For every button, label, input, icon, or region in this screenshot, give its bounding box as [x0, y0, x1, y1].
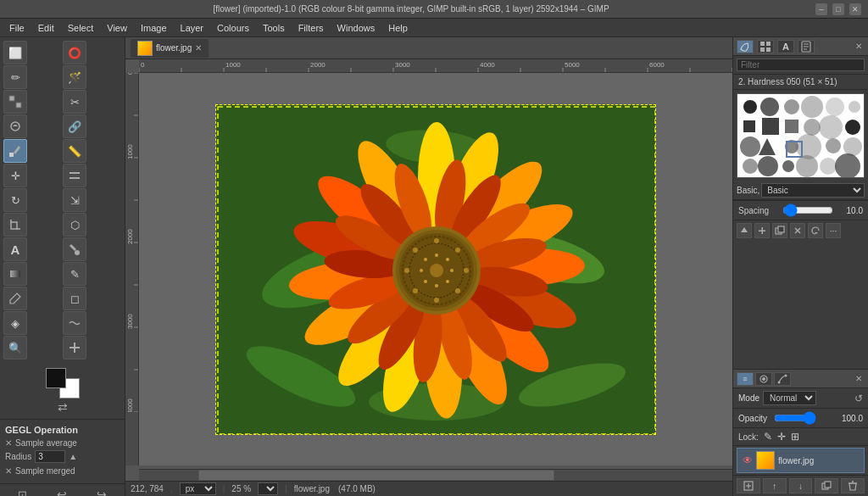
horizontal-scrollbar[interactable] [139, 469, 732, 481]
svg-point-63 [446, 280, 449, 283]
radius-input[interactable] [35, 450, 65, 463]
menu-help[interactable]: Help [382, 21, 414, 35]
sample-average-check[interactable]: ✕ [5, 438, 12, 448]
tab-close-button[interactable]: ✕ [195, 43, 202, 53]
swap-colors-icon[interactable]: ⇄ [58, 400, 68, 414]
brush-filter-input[interactable] [737, 59, 865, 71]
pencil-tool[interactable]: ✎ [63, 262, 86, 286]
alignment-tool[interactable] [63, 164, 86, 187]
redo-button[interactable]: ↪ [97, 488, 107, 496]
perspective-tool[interactable]: ⬡ [63, 213, 86, 237]
measure-tool[interactable]: 📏 [63, 139, 86, 163]
svg-rect-84 [743, 120, 755, 132]
status-separator-3: | [285, 484, 287, 493]
scale-tool[interactable]: ⇲ [63, 188, 86, 212]
fuzzy-select-tool[interactable]: 🪄 [63, 65, 86, 89]
move-tool[interactable]: ✛ [3, 164, 27, 187]
brush-preset-select[interactable]: Basic Natural Sketch [761, 183, 865, 198]
refresh-brushes-button[interactable] [808, 223, 823, 238]
rectangle-select-tool[interactable]: ⬜ [3, 41, 27, 64]
color-swatch-pair[interactable] [46, 368, 80, 398]
smudge-tool[interactable] [63, 311, 86, 335]
menu-view[interactable]: View [101, 21, 133, 35]
menu-image[interactable]: Image [135, 21, 173, 35]
more-options-button[interactable]: ··· [826, 223, 841, 238]
status-separator-1: , [170, 484, 173, 493]
select-by-color-tool[interactable] [3, 90, 27, 114]
status-separator-2: | [223, 484, 225, 493]
eraser-tool[interactable]: ◻ [63, 287, 86, 310]
delete-layer-button[interactable] [841, 478, 865, 493]
menu-edit[interactable]: Edit [32, 21, 60, 35]
menu-windows[interactable]: Windows [331, 21, 381, 35]
layer-mode-select[interactable]: Normal Multiply Screen Overlay [763, 391, 816, 405]
layer-mode-reset-icon[interactable]: ↺ [854, 393, 863, 404]
image-tab-flower[interactable]: flower.jpg ✕ [131, 39, 209, 58]
delete-brush-button[interactable] [790, 223, 805, 238]
zoom-tool[interactable]: 🔍 [3, 336, 27, 359]
text-tool[interactable]: A [3, 237, 27, 261]
documents-tab[interactable] [798, 40, 815, 53]
brushes-tab[interactable] [737, 40, 754, 53]
brush-action-buttons: ··· [733, 220, 868, 241]
fonts-tab[interactable]: A [777, 40, 794, 53]
menu-colours[interactable]: Colours [211, 21, 255, 35]
paths-panel-tab[interactable] [774, 372, 791, 386]
menu-layer[interactable]: Layer [175, 21, 210, 35]
zoom-select[interactable]: ▼ [258, 482, 278, 495]
airbrush-tool[interactable]: ◈ [3, 311, 27, 335]
sample-average-option: ✕ Sample average [5, 438, 120, 448]
patterns-tab[interactable] [757, 40, 774, 53]
flower-canvas[interactable] [215, 104, 656, 435]
menu-select[interactable]: Select [62, 21, 100, 35]
lower-layer-button[interactable]: ↓ [789, 478, 813, 493]
lock-row: Lock: ✎ ✛ ⊞ [733, 428, 868, 446]
undo-button[interactable]: ↩ [57, 488, 67, 496]
blend-tool[interactable] [3, 262, 27, 286]
paintbucket-tool[interactable] [63, 237, 86, 261]
new-brush-button[interactable] [754, 223, 770, 238]
duplicate-brush-button[interactable] [772, 223, 787, 238]
svg-point-6 [75, 250, 80, 255]
paths-tool[interactable]: 🔗 [63, 114, 86, 138]
svg-point-78 [743, 100, 757, 114]
scrollbar-thumb[interactable] [198, 470, 554, 481]
menu-filters[interactable]: Filters [292, 21, 330, 35]
channels-tab[interactable] [755, 372, 772, 386]
menu-file[interactable]: File [3, 21, 31, 35]
rotate-tool[interactable]: ↻ [3, 188, 27, 212]
layer-panel-close[interactable]: ✕ [853, 374, 865, 383]
scissors-select-tool[interactable]: ✂ [63, 90, 86, 114]
lock-alpha-button[interactable]: ⊞ [791, 431, 799, 443]
free-select-tool[interactable]: ✏ [3, 65, 27, 89]
raise-layer-button[interactable]: ↑ [763, 478, 787, 493]
foreground-select-tool[interactable] [3, 114, 27, 138]
layer-action-buttons: ↑ ↓ [733, 475, 868, 496]
minimize-button[interactable]: – [815, 3, 827, 15]
sample-merged-check[interactable]: ✕ [5, 466, 12, 476]
layers-tab[interactable]: ≡ [737, 372, 754, 386]
layer-visibility-toggle[interactable]: 👁 [743, 454, 753, 466]
radius-stepper-up[interactable]: ▲ [69, 452, 77, 461]
ellipse-select-tool[interactable]: ⭕ [63, 41, 86, 64]
lock-pixels-button[interactable]: ✎ [764, 431, 772, 443]
right-panel-close-button[interactable]: ✕ [853, 42, 865, 51]
layer-opacity-slider[interactable] [774, 411, 816, 425]
duplicate-layer-button[interactable] [815, 478, 838, 493]
color-picker-tool[interactable] [3, 139, 27, 163]
spacing-slider[interactable] [782, 203, 833, 217]
menu-tools[interactable]: Tools [257, 21, 291, 35]
maximize-button[interactable]: □ [832, 3, 844, 15]
crop-tool[interactable] [3, 213, 27, 237]
canvas-viewport[interactable] [139, 73, 732, 465]
lock-position-button[interactable]: ✛ [777, 431, 786, 443]
new-layer-button[interactable] [737, 478, 760, 493]
heal-tool[interactable] [63, 336, 86, 359]
unit-select[interactable]: px in mm [180, 482, 216, 495]
close-button[interactable]: ✕ [849, 3, 861, 15]
layer-item[interactable]: 👁 flower.jpg [737, 448, 865, 473]
paintbrush-tool[interactable] [3, 287, 27, 310]
paint-to-selection-button[interactable] [737, 223, 752, 238]
ruler-container [125, 59, 732, 481]
foreground-color-swatch[interactable] [46, 368, 66, 388]
